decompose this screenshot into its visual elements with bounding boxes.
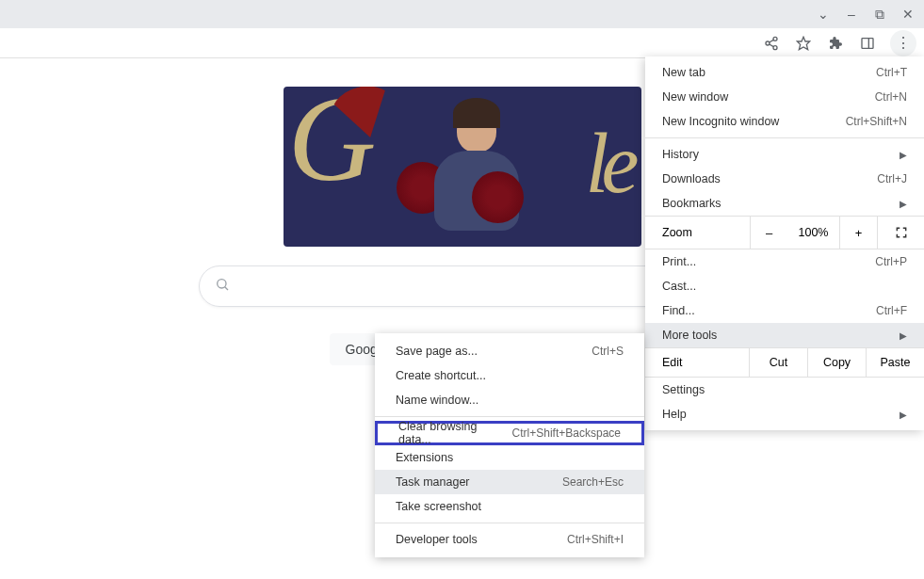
zoom-value: 100%: [787, 226, 839, 239]
svg-line-4: [770, 40, 774, 42]
menu-edit-row: Edit Cut Copy Paste: [645, 347, 924, 378]
share-icon[interactable]: [762, 34, 781, 53]
submenu-clear-browsing-data[interactable]: Clear browsing data...Ctrl+Shift+Backspa…: [375, 421, 644, 445]
svg-point-11: [217, 280, 225, 288]
menu-zoom-row: Zoom – 100% +: [645, 216, 924, 249]
svg-line-3: [770, 44, 774, 47]
menu-cast[interactable]: Cast...: [645, 274, 924, 298]
side-panel-icon[interactable]: [858, 34, 877, 53]
search-input[interactable]: [241, 278, 693, 295]
submenu-save-page[interactable]: Save page as...Ctrl+S: [375, 339, 644, 363]
menu-new-window[interactable]: New windowCtrl+N: [645, 85, 924, 109]
bookmark-star-icon[interactable]: [794, 34, 813, 53]
menu-help[interactable]: Help▶: [645, 402, 924, 426]
menu-incognito[interactable]: New Incognito windowCtrl+Shift+N: [645, 109, 924, 134]
edit-cut[interactable]: Cut: [749, 348, 807, 377]
minimize-button[interactable]: –: [843, 6, 860, 23]
menu-find[interactable]: Find...Ctrl+F: [645, 298, 924, 323]
submenu-create-shortcut[interactable]: Create shortcut...: [375, 363, 644, 388]
browser-toolbar: ⋮: [0, 28, 924, 58]
edit-copy[interactable]: Copy: [807, 348, 866, 377]
chrome-menu-button[interactable]: ⋮: [890, 30, 916, 56]
chevron-down-icon[interactable]: ⌄: [815, 6, 832, 23]
google-doodle[interactable]: G le: [284, 87, 641, 247]
singer-illustration: [415, 96, 538, 242]
submenu-task-manager[interactable]: Task managerSearch+Esc: [375, 470, 644, 494]
extensions-icon[interactable]: [826, 34, 845, 53]
svg-rect-6: [862, 38, 873, 48]
submenu-developer-tools[interactable]: Developer toolsCtrl+Shift+I: [375, 527, 644, 552]
menu-settings[interactable]: Settings: [645, 378, 924, 402]
menu-print[interactable]: Print...Ctrl+P: [645, 249, 924, 274]
fullscreen-button[interactable]: [877, 217, 924, 249]
menu-history[interactable]: History▶: [645, 142, 924, 167]
edit-paste[interactable]: Paste: [866, 348, 924, 377]
more-tools-submenu: Save page as...Ctrl+S Create shortcut...…: [375, 333, 644, 557]
menu-more-tools[interactable]: More tools▶: [645, 323, 924, 347]
submenu-extensions[interactable]: Extensions: [375, 445, 644, 470]
maximize-button[interactable]: ⧉: [871, 6, 888, 23]
svg-point-1: [766, 41, 770, 45]
svg-marker-5: [797, 37, 809, 49]
menu-bookmarks[interactable]: Bookmarks▶: [645, 191, 924, 216]
submenu-take-screenshot[interactable]: Take screenshot: [375, 494, 644, 519]
zoom-in-button[interactable]: +: [839, 217, 877, 249]
window-titlebar: ⌄ – ⧉ ✕: [0, 0, 924, 28]
close-window-button[interactable]: ✕: [900, 6, 916, 23]
menu-downloads[interactable]: DownloadsCtrl+J: [645, 167, 924, 191]
menu-new-tab[interactable]: New tabCtrl+T: [645, 60, 924, 85]
submenu-name-window[interactable]: Name window...: [375, 388, 644, 412]
svg-point-2: [773, 45, 777, 49]
svg-point-0: [773, 37, 777, 40]
search-icon: [215, 277, 230, 296]
zoom-out-button[interactable]: –: [750, 217, 787, 249]
chrome-main-menu: New tabCtrl+T New windowCtrl+N New Incog…: [645, 56, 924, 430]
svg-line-12: [224, 287, 227, 290]
